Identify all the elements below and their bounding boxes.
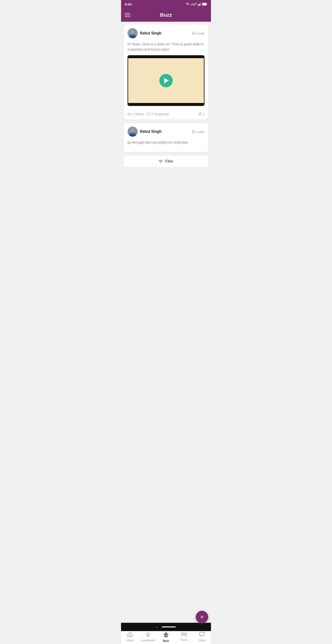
author-name-1: Rahul Singh [140,31,162,35]
video-bar-bottom [128,103,204,105]
svg-rect-7 [207,4,207,4]
avatar-2 [128,126,138,137]
time-label-1: a year [196,32,204,35]
time-label-2: a year [196,130,204,134]
hamburger-line-3 [125,16,130,17]
top-nav: Buzz [121,8,211,22]
svg-rect-3 [199,4,200,6]
svg-rect-2 [198,4,199,6]
battery-icon [202,3,207,6]
svg-marker-0 [187,4,188,6]
play-triangle-icon [164,78,169,83]
comment-icon [147,112,151,116]
post-time-2: a year [192,130,204,134]
svg-rect-6 [202,3,206,5]
avatar-image-2 [128,126,138,137]
avatar-image-1 [128,28,138,38]
post-footer-1: 2 Views 1 Response 1 [128,109,204,116]
wifi-icon [185,2,189,6]
post-header-1: Rahul Singh a year [128,28,204,38]
svg-rect-4 [200,3,201,6]
post-text-1: Hi Team, Here is a video on "How to gree… [128,42,204,52]
views-label: 2 Views [132,112,144,116]
svg-point-16 [131,128,134,132]
svg-rect-1 [198,5,198,6]
responses-count: 1 Response [147,112,169,116]
status-icons: LTER [185,2,207,6]
post-card-2: Rahul Singh a year go through this new p… [124,123,208,152]
responses-label: 1 Response [152,112,169,116]
video-player-1[interactable] [128,55,204,106]
main-content: Rahul Singh a year Hi Team, Here is a vi… [121,22,211,186]
svg-rect-18 [130,133,135,135]
lte-label: LTER [190,2,197,6]
signal-icon [198,2,201,6]
page-title: Buzz [130,12,202,18]
attachments-count: 1 [198,112,204,116]
play-button[interactable] [159,74,173,87]
svg-rect-11 [130,35,135,36]
post-time-1: a year [192,32,204,35]
filter-label: Filter [165,159,173,164]
hamburger-line-1 [125,13,130,14]
avatar-1 [128,28,138,38]
eye-icon [128,113,131,116]
status-time: 9:00 [125,2,132,6]
attachments-label: 1 [203,112,204,116]
page-wrapper: 9:00 LTER [121,0,211,186]
clock-icon-2 [192,130,195,133]
hamburger-line-2 [125,15,130,15]
post-card-1: Rahul Singh a year Hi Team, Here is a vi… [124,24,208,120]
video-bar-top [128,56,204,58]
svg-point-9 [131,30,134,34]
filter-icon [159,160,163,163]
filter-bar[interactable]: Filter [124,156,208,167]
views-count: 2 Views [128,112,144,116]
svg-point-14 [129,114,130,115]
attachment-icon [198,112,202,116]
svg-point-13 [128,113,131,115]
post-author-2: Rahul Singh [128,126,162,137]
author-name-2: Rahul Singh [140,130,162,134]
post-author-1: Rahul Singh [128,28,162,38]
post-header-2: Rahul Singh a year [128,126,204,137]
hamburger-menu[interactable] [125,13,130,17]
clock-icon-1 [192,32,195,35]
post-text-2: go through this new policy on child plan [128,140,204,145]
status-bar: 9:00 LTER [121,0,211,8]
